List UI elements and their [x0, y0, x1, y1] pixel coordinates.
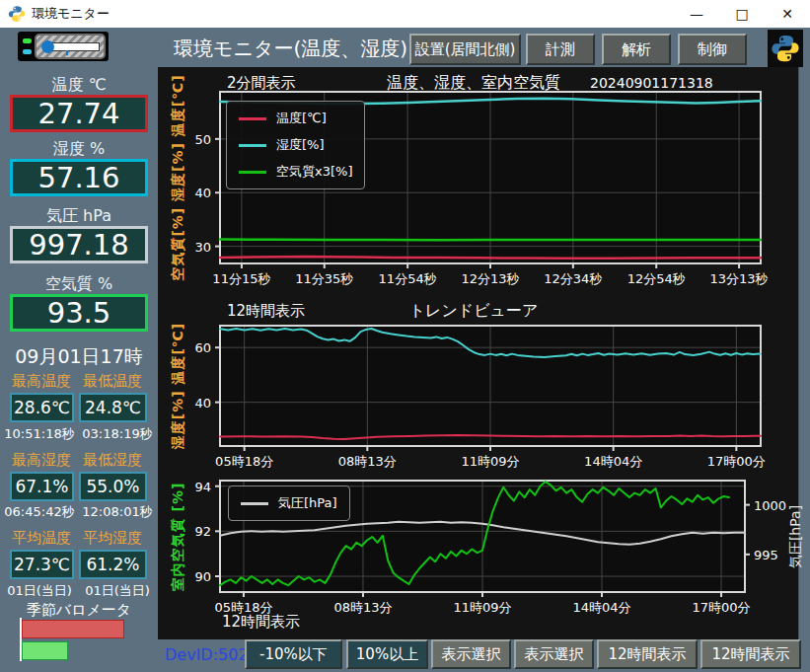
- max-humidity-label: 最高湿度: [6, 451, 77, 470]
- airquality-value: 93.5: [47, 299, 111, 328]
- setup-button[interactable]: 設置(居間北側): [409, 34, 521, 65]
- avg-temp-label: 平均温度: [6, 529, 77, 548]
- avg-humidity-label: 平均湿度: [77, 529, 148, 548]
- python-logo-badge: [768, 30, 803, 67]
- python-icon: [771, 33, 800, 64]
- span-12h-button-2[interactable]: 12時間表示: [700, 639, 801, 669]
- airquality-label: 空気質 %: [0, 274, 158, 295]
- span-12h-button-1[interactable]: 12時間表示: [597, 639, 698, 669]
- pressure-value-box: 997.18: [10, 226, 148, 263]
- max-temp-box: 28.6℃: [10, 393, 74, 422]
- min-humidity-time: 12:08:01秒: [77, 503, 158, 521]
- chart2-y-axis-label: 湿度[%] 温度[℃]: [170, 323, 187, 449]
- max-temp-label: 最高温度: [6, 372, 77, 391]
- y-tick-label: 60: [194, 340, 211, 355]
- min-temp-time: 03:18:19秒: [77, 425, 158, 443]
- chart3-right-axis-label: 気圧[hPa]: [787, 504, 805, 567]
- chart1-title: 温度、湿度、室内空気質: [375, 73, 572, 94]
- chart3-mode-label: 12時間表示: [222, 613, 300, 632]
- temperature-label: 温度 ℃: [0, 75, 158, 96]
- chart1-y-axis-label: 空気質[%] 湿度[%] 温度[℃]: [170, 74, 187, 280]
- x-tick-label: 08時13分: [338, 453, 397, 471]
- y-tick-label: 90: [194, 569, 211, 584]
- barometer-red-bar: [22, 620, 124, 638]
- y-tick-label: 50: [194, 131, 211, 146]
- display-select-button-1[interactable]: 表示選択: [431, 639, 511, 669]
- chart1-legend: 温度[℃]湿度[%]空気質x3[%]: [226, 101, 365, 189]
- x-tick-label: 11時09分: [461, 453, 519, 471]
- thermometer-slider-logo-icon: [18, 32, 109, 61]
- season-barometer-title: 季節バロメータ: [0, 601, 158, 620]
- x-tick-label: 11分54秒: [379, 270, 437, 288]
- x-tick-label: 13分13秒: [710, 270, 769, 288]
- y-tick-label: 30: [194, 239, 211, 254]
- x-tick-label: 14時04分: [584, 453, 642, 471]
- maximize-button[interactable]: □: [719, 0, 765, 28]
- app-title: 環境モニター(温度、湿度): [174, 36, 407, 62]
- x-tick-label: 12分54秒: [627, 270, 686, 288]
- x-tick-label: 08時13分: [333, 599, 392, 617]
- temperature-value-box: 27.74: [10, 95, 148, 132]
- x-tick-label: 17時00分: [693, 599, 751, 617]
- legend-entry: 温度[℃]: [239, 110, 352, 127]
- minimize-button[interactable]: —: [674, 0, 719, 28]
- min-temp-box: 24.8℃: [79, 393, 147, 422]
- green-led-icon: [23, 38, 32, 43]
- avg-temp-day: 01日(当日): [2, 582, 77, 600]
- avg-humidity-box: 61.2%: [79, 550, 147, 579]
- x-tick-label: 14時04分: [572, 599, 630, 617]
- measure-button[interactable]: 計測: [526, 34, 595, 65]
- x-tick-label: 17時00分: [707, 453, 766, 471]
- legend-entry: 湿度[%]: [239, 136, 352, 154]
- avg-temp-box: 27.3℃: [10, 550, 74, 579]
- titlebar: 環境モニター — □ ✕: [0, 0, 810, 28]
- max-temp-time: 10:51:18秒: [2, 425, 77, 443]
- window-title: 環境モニター: [32, 0, 110, 28]
- legend-entry: 気圧[hPa]: [241, 494, 337, 512]
- avg-humidity-day: 01日(当日): [77, 582, 158, 600]
- temperature-value: 27.74: [37, 100, 119, 128]
- chart2-title: トレンドビューア: [395, 301, 552, 322]
- pressure-value: 997.18: [29, 231, 128, 260]
- chart3-y-axis-label: 室内空気質 [%]: [170, 482, 187, 591]
- min-humidity-box: 55.0%: [79, 472, 147, 501]
- x-tick-label: 05時18分: [215, 453, 273, 471]
- app-window: { "colors": { "bg": "#5c7080", "panel": …: [0, 0, 810, 672]
- x-tick-label: 11時09分: [453, 599, 511, 617]
- y-tick-label: 92: [194, 524, 211, 539]
- minus10-button[interactable]: -10%以下: [245, 639, 342, 669]
- close-button[interactable]: ✕: [765, 0, 810, 28]
- x-tick-label: 11分35秒: [295, 270, 353, 288]
- y-tick-label: 94: [194, 479, 211, 493]
- max-humidity-time: 06:45:42秒: [2, 503, 77, 521]
- display-select-button-2[interactable]: 表示選択: [514, 639, 594, 669]
- control-button[interactable]: 制御: [678, 34, 747, 65]
- pressure-label: 気圧 hPa: [0, 206, 158, 227]
- chart3-legend: 気圧[hPa]: [228, 485, 350, 521]
- current-datetime: 09月01日17時: [0, 344, 158, 370]
- max-humidity-box: 67.1%: [10, 472, 74, 501]
- barometer-green-bar: [22, 641, 68, 660]
- cyan-led-icon: [23, 49, 32, 54]
- right-y-tick-label: 995: [754, 547, 778, 561]
- y-tick-label: 40: [194, 395, 211, 410]
- chart2-mode-label: 12時間表示: [227, 302, 305, 321]
- slider-graphic: [35, 34, 106, 59]
- chart1-timestamp: 20240901171318: [590, 75, 713, 91]
- airquality-value-box: 93.5: [10, 294, 148, 332]
- plus10-button[interactable]: 10%以上: [346, 639, 428, 669]
- python-icon: [8, 5, 26, 23]
- humidity-value-box: 57.16: [10, 159, 148, 196]
- x-tick-label: 12分34秒: [544, 270, 602, 288]
- min-temp-label: 最低温度: [77, 372, 148, 391]
- humidity-value: 57.16: [37, 164, 119, 192]
- right-y-tick-label: 1000: [754, 497, 786, 512]
- y-tick-label: 40: [194, 186, 211, 200]
- x-tick-label: 11分15秒: [212, 270, 270, 288]
- humidity-label: 湿度 %: [0, 139, 158, 160]
- min-humidity-label: 最低湿度: [77, 451, 148, 470]
- chart-trend-viewer: 湿度[%] 温度[℃] 05時18分08時13分11時09分14時04分17時0…: [220, 326, 761, 446]
- analyze-button[interactable]: 解析: [602, 34, 671, 65]
- x-tick-label: 12分13秒: [461, 270, 519, 288]
- chart1-mode-label: 2分間表示: [227, 74, 296, 93]
